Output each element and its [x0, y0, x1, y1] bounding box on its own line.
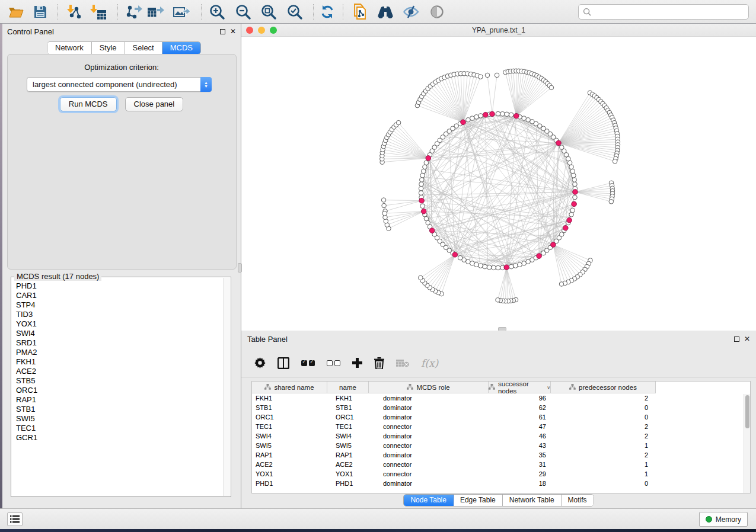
- export-image-icon[interactable]: [173, 4, 191, 20]
- network-node[interactable]: [496, 298, 500, 303]
- table-row[interactable]: SWI5SWI5connector431: [252, 441, 750, 450]
- network-node[interactable]: [479, 75, 483, 79]
- search-network-icon[interactable]: [377, 4, 394, 20]
- save-session-icon[interactable]: [31, 4, 49, 20]
- network-hub-node[interactable]: [573, 190, 578, 195]
- task-history-button[interactable]: [7, 512, 23, 526]
- network-node[interactable]: [420, 204, 425, 209]
- network-node[interactable]: [487, 265, 492, 270]
- table-cell[interactable]: 2: [551, 423, 656, 430]
- tab-style[interactable]: Style: [92, 42, 125, 54]
- close-panel-icon[interactable]: ✕: [230, 28, 236, 35]
- network-node[interactable]: [509, 264, 513, 269]
- network-node[interactable]: [470, 261, 475, 266]
- mcds-result-item[interactable]: RAP1: [16, 395, 223, 405]
- network-node[interactable]: [420, 178, 425, 182]
- mcds-result-item[interactable]: SRD1: [16, 338, 223, 348]
- table-cell[interactable]: 1: [551, 461, 656, 468]
- table-cell[interactable]: 43: [489, 442, 551, 449]
- network-node[interactable]: [419, 275, 423, 280]
- table-cell[interactable]: 31: [489, 461, 551, 468]
- vertical-splitter-handle[interactable]: [238, 263, 242, 273]
- table-scrollbar-thumb[interactable]: [745, 395, 749, 428]
- table-cell[interactable]: dominator: [369, 451, 489, 459]
- network-node[interactable]: [560, 145, 564, 150]
- network-node[interactable]: [505, 112, 509, 117]
- tab-network[interactable]: Network: [47, 42, 92, 54]
- network-node[interactable]: [479, 114, 483, 118]
- table-cell[interactable]: 2: [551, 451, 656, 459]
- mcds-result-scrollbar[interactable]: [223, 278, 230, 496]
- table-cell[interactable]: ORC1: [327, 414, 369, 421]
- table-cell[interactable]: 62: [489, 404, 551, 411]
- select-all-icon[interactable]: [301, 356, 315, 370]
- network-node[interactable]: [569, 165, 574, 169]
- table-cell[interactable]: ORC1: [252, 414, 327, 421]
- table-cell[interactable]: connector: [369, 461, 489, 468]
- network-hub-node[interactable]: [551, 242, 556, 248]
- network-node[interactable]: [424, 161, 429, 165]
- table-cell[interactable]: PHD1: [327, 480, 369, 487]
- table-cell[interactable]: 96: [489, 395, 551, 402]
- table-cell[interactable]: TEC1: [327, 423, 369, 430]
- table-row[interactable]: FKH1FKH1dominator962: [252, 393, 750, 403]
- network-node[interactable]: [381, 198, 386, 203]
- zoom-out-icon[interactable]: [234, 4, 251, 20]
- table-row[interactable]: RAP1RAP1dominator352: [252, 450, 750, 460]
- table-cell[interactable]: 0: [551, 404, 656, 411]
- network-hub-node[interactable]: [429, 228, 435, 233]
- table-cell[interactable]: 1: [551, 470, 656, 477]
- table-cell[interactable]: SWI5: [252, 442, 327, 449]
- table-row[interactable]: ACE2ACE2connector311: [252, 460, 750, 469]
- table-row[interactable]: YOX1YOX1connector291: [252, 469, 750, 479]
- table-cell[interactable]: PHD1: [252, 480, 327, 487]
- column-header-shared-name[interactable]: shared name: [252, 382, 327, 393]
- network-node[interactable]: [483, 264, 487, 269]
- table-settings-gear-icon[interactable]: [254, 356, 266, 370]
- table-cell[interactable]: 2: [551, 432, 656, 440]
- network-node[interactable]: [466, 118, 471, 123]
- mcds-result-item[interactable]: STB1: [16, 405, 223, 414]
- network-hub-node[interactable]: [419, 198, 425, 203]
- mcds-result-item[interactable]: ACE2: [16, 367, 223, 376]
- network-node[interactable]: [613, 159, 617, 164]
- mcds-result-item[interactable]: CAR1: [16, 291, 223, 300]
- mcds-result-item[interactable]: SWI5: [16, 414, 223, 424]
- network-node[interactable]: [496, 265, 500, 270]
- network-hub-node[interactable]: [421, 209, 426, 214]
- column-view-icon[interactable]: [277, 356, 289, 370]
- network-node[interactable]: [492, 265, 496, 270]
- table-cell[interactable]: FKH1: [252, 395, 327, 402]
- table-cell[interactable]: STB1: [252, 404, 327, 411]
- import-network-icon[interactable]: [65, 4, 83, 20]
- network-hub-node[interactable]: [483, 112, 489, 117]
- mcds-result-item[interactable]: STP4: [16, 300, 223, 310]
- network-node[interactable]: [573, 182, 578, 187]
- table-cell[interactable]: FKH1: [327, 395, 369, 402]
- network-hub-node[interactable]: [572, 201, 577, 207]
- column-header-predecessor-nodes[interactable]: predecessor nodes: [551, 382, 656, 393]
- zoom-fit-icon[interactable]: [259, 4, 277, 20]
- table-cell[interactable]: dominator: [369, 395, 489, 402]
- mcds-result-item[interactable]: ORC1: [16, 386, 223, 395]
- import-table-icon[interactable]: [90, 4, 107, 20]
- tab-mcds[interactable]: MCDS: [162, 42, 200, 54]
- network-node[interactable]: [485, 73, 490, 78]
- network-hub-node[interactable]: [490, 111, 495, 117]
- table-cell[interactable]: ACE2: [252, 461, 327, 468]
- table-cell[interactable]: SWI4: [252, 432, 327, 440]
- table-cell[interactable]: SWI4: [327, 432, 369, 440]
- network-hub-node[interactable]: [567, 217, 572, 223]
- network-node[interactable]: [570, 208, 575, 213]
- network-node[interactable]: [509, 113, 513, 117]
- mcds-result-item[interactable]: GCR1: [16, 433, 223, 443]
- column-header-successor-nodes[interactable]: successor nodes∨: [489, 382, 551, 393]
- table-cell[interactable]: connector: [369, 442, 489, 449]
- network-node[interactable]: [518, 262, 522, 267]
- table-cell[interactable]: 1: [551, 442, 656, 449]
- mcds-result-item[interactable]: STB5: [16, 376, 223, 386]
- network-node[interactable]: [513, 264, 518, 268]
- network-node[interactable]: [609, 200, 614, 204]
- network-node[interactable]: [500, 111, 505, 116]
- refresh-icon[interactable]: [318, 4, 336, 20]
